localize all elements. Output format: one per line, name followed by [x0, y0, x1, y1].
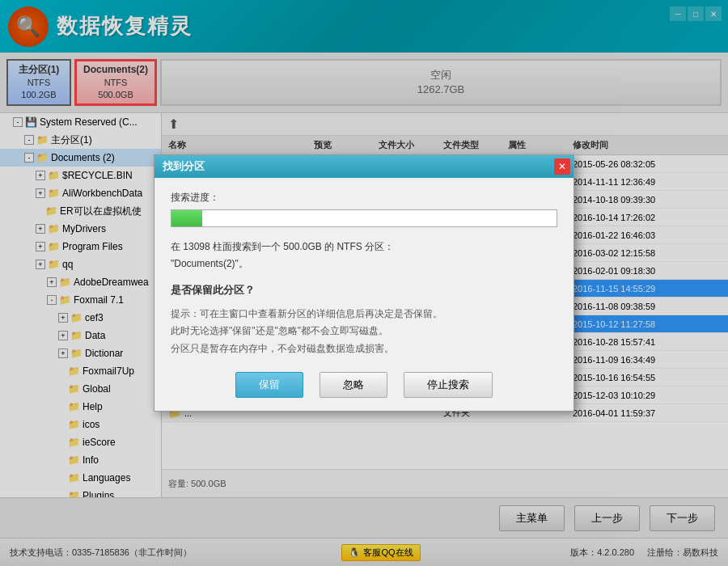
- progress-bar-fill: [171, 210, 202, 226]
- dialog-title-bar: 找到分区 ✕: [154, 155, 574, 178]
- dialog-message: 在 13098 柱面搜索到一个 500.0GB 的 NTFS 分区： "Docu…: [171, 239, 557, 273]
- dialog-question: 是否保留此分区？: [171, 283, 557, 298]
- dialog-body: 搜索进度： 在 13098 柱面搜索到一个 500.0GB 的 NTFS 分区：…: [154, 178, 574, 412]
- keep-button[interactable]: 保留: [235, 372, 303, 398]
- progress-section: 搜索进度：: [171, 191, 557, 227]
- dialog-overlay: 找到分区 ✕ 搜索进度： 在 13098 柱面搜索到一个 500.0GB 的 N…: [0, 0, 728, 566]
- ignore-button[interactable]: 忽略: [320, 372, 387, 398]
- progress-label: 搜索进度：: [171, 191, 557, 205]
- dialog-buttons: 保留 忽略 停止搜索: [171, 372, 557, 398]
- find-partition-dialog: 找到分区 ✕ 搜索进度： 在 13098 柱面搜索到一个 500.0GB 的 N…: [154, 154, 574, 412]
- dialog-title: 找到分区: [163, 159, 205, 174]
- dialog-hint: 提示：可在主窗口中查看新分区的详细信息后再决定是否保留。 此时无论选择"保留"还…: [171, 306, 557, 358]
- dialog-close-button[interactable]: ✕: [554, 158, 570, 175]
- progress-bar-container: [171, 209, 557, 227]
- stop-search-button[interactable]: 停止搜索: [404, 372, 493, 398]
